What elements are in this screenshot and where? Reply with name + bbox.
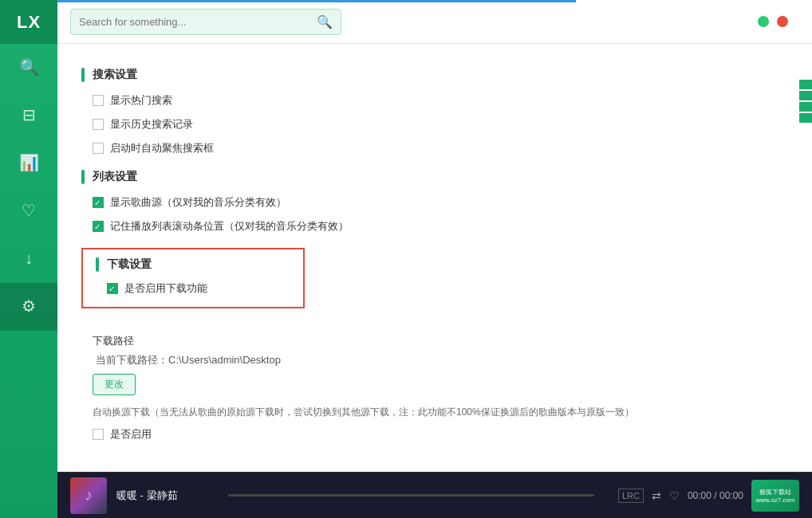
label-autofocus-search: 启动时自动聚焦搜索框 — [110, 141, 214, 155]
sidebar-item-chart[interactable]: 📊 — [0, 139, 57, 187]
lrc-button[interactable]: LRC — [618, 489, 644, 503]
side-label-3[interactable]: 列 — [799, 102, 812, 112]
download-section-title: 下载设置 — [107, 257, 152, 272]
top-bar-buttons — [758, 16, 788, 27]
checkbox-autofocus-search[interactable] — [93, 143, 104, 154]
setting-hot-search: 显示热门搜索 — [93, 93, 788, 108]
section-bar — [81, 68, 85, 82]
top-bar: 🔍 — [57, 0, 812, 44]
watermark-area: 极狐下载站www.xz7.com — [751, 480, 799, 512]
heart-player-icon[interactable]: ♡ — [669, 489, 680, 502]
player-info: 暖暖 - 梁静茹 — [116, 489, 196, 503]
label-auto-source: 是否启用 — [110, 427, 152, 441]
repeat-icon[interactable]: ⇄ — [652, 489, 661, 502]
setting-remember-scroll: 记住播放列表滚动条位置（仅对我的音乐分类有效） — [93, 219, 788, 233]
watermark-badge: 极狐下载站www.xz7.com — [751, 480, 799, 512]
section-bar-download — [96, 257, 99, 272]
player-album-art: ♪ — [70, 477, 107, 514]
sidebar-item-favorite[interactable]: ♡ — [0, 187, 57, 235]
app-logo: LX — [0, 0, 57, 44]
side-label-2[interactable]: 单 — [799, 91, 812, 100]
player-progress-bar[interactable] — [228, 494, 594, 496]
checkbox-auto-source[interactable] — [93, 429, 104, 440]
section-bar-list — [81, 170, 85, 184]
player-extra-controls: LRC ⇄ ♡ — [618, 489, 680, 503]
checkbox-show-source[interactable] — [93, 197, 104, 208]
auto-source-section: 自动换源下载（当无法从歌曲的原始源下载时，尝试切换到其他源下载，注：此功能不10… — [93, 405, 788, 441]
side-labels: 歌 单 列 表 — [799, 80, 812, 124]
side-label-1[interactable]: 歌 — [799, 80, 812, 89]
sidebar-item-download[interactable]: ↓ — [0, 235, 57, 283]
search-section-title: 搜索设置 — [93, 68, 137, 82]
checkbox-history-search[interactable] — [93, 119, 104, 130]
checkbox-hot-search[interactable] — [93, 95, 104, 106]
total-time: 00:00 — [719, 490, 743, 501]
watermark-text: 极狐下载站www.xz7.com — [756, 488, 795, 504]
search-box[interactable]: 🔍 — [70, 9, 341, 35]
search-input[interactable] — [79, 16, 317, 28]
red-dot[interactable] — [777, 16, 788, 27]
download-path-section: 下载路径 当前下载路径：C:\Users\admin\Desktop 更改 — [93, 334, 788, 395]
label-show-source: 显示歌曲源（仅对我的音乐分类有效） — [110, 195, 286, 210]
sidebar-item-settings[interactable]: ⚙ — [0, 283, 57, 331]
label-remember-scroll: 记住播放列表滚动条位置（仅对我的音乐分类有效） — [110, 219, 349, 233]
change-path-button[interactable]: 更改 — [93, 374, 136, 395]
heart-icon: ♡ — [22, 201, 36, 220]
sidebar-item-search[interactable]: 🔍 — [0, 44, 57, 92]
setting-history-search: 显示历史搜索记录 — [93, 117, 788, 131]
settings-icon: ⚙ — [22, 296, 36, 316]
download-section-header: 下载设置 — [96, 257, 290, 272]
auto-source-label: 自动换源下载（当无法从歌曲的原始源下载时，尝试切换到其他源下载，注：此功能不10… — [93, 405, 788, 419]
sidebar-item-manage[interactable]: ⊟ — [0, 92, 57, 139]
current-time: 00:00 — [688, 490, 711, 501]
settings-area: 搜索设置 显示热门搜索 显示历史搜索记录 启动时自动聚焦搜索框 列表设置 — [57, 44, 812, 472]
list-icon: ⊟ — [22, 105, 36, 124]
player-time: 00:00 / 00:00 — [688, 490, 743, 501]
search-icon: 🔍 — [19, 57, 39, 77]
label-enable-download: 是否启用下载功能 — [124, 281, 207, 296]
checkbox-remember-scroll[interactable] — [93, 221, 104, 232]
list-section-header: 列表设置 — [81, 170, 788, 184]
label-history-search: 显示历史搜索记录 — [110, 117, 193, 131]
player-title: 暖暖 - 梁静茹 — [116, 489, 196, 503]
download-icon: ↓ — [25, 249, 33, 268]
search-submit-icon[interactable]: 🔍 — [317, 14, 333, 29]
setting-enable-download: 是否启用下载功能 — [107, 281, 290, 296]
label-hot-search: 显示热门搜索 — [110, 93, 172, 108]
download-section-wrapper: 下载设置 是否启用下载功能 — [81, 248, 788, 321]
bottom-player: ♪ 暖暖 - 梁静茹 LRC ⇄ ♡ 00:00 / 00:00 极狐下 — [57, 472, 812, 518]
album-image: ♪ — [70, 477, 107, 514]
sidebar: LX 🔍 ⊟ 📊 ♡ ↓ ⚙ — [0, 0, 57, 518]
chart-icon: 📊 — [19, 153, 39, 172]
time-separator: / — [714, 490, 719, 501]
main-content: 🔍 搜索设置 显示热门搜索 显示历史搜索记录 — [57, 0, 812, 518]
setting-show-source: 显示歌曲源（仅对我的音乐分类有效） — [93, 195, 788, 210]
path-section-label: 下载路径 — [93, 334, 788, 348]
list-section-title: 列表设置 — [93, 170, 137, 184]
green-dot[interactable] — [758, 16, 769, 27]
side-label-4[interactable]: 表 — [799, 113, 812, 123]
checkbox-enable-download[interactable] — [107, 283, 118, 294]
search-section-header: 搜索设置 — [81, 68, 788, 82]
download-section-highlight: 下载设置 是否启用下载功能 — [81, 248, 305, 308]
setting-auto-source: 是否启用 — [93, 427, 788, 441]
setting-autofocus-search: 启动时自动聚焦搜索框 — [93, 141, 788, 155]
current-path: 当前下载路径：C:\Users\admin\Desktop — [96, 353, 788, 367]
top-progress-bar — [57, 0, 576, 2]
app-container: LX 🔍 ⊟ 📊 ♡ ↓ ⚙ 🔍 — [0, 0, 812, 518]
